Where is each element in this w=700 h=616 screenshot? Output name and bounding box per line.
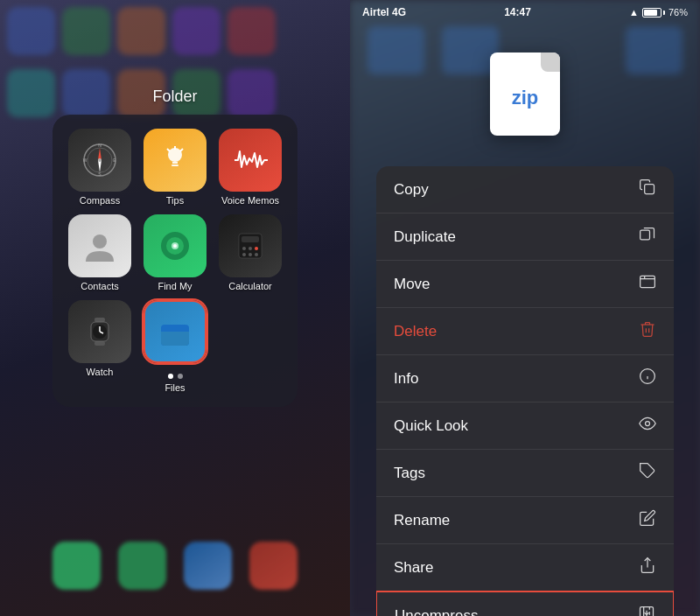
menu-item-move[interactable]: Move bbox=[376, 261, 674, 308]
info-icon bbox=[639, 368, 656, 389]
battery-body bbox=[642, 8, 662, 18]
wifi-icon: ▲ bbox=[629, 7, 639, 18]
svg-rect-38 bbox=[640, 276, 655, 287]
svg-rect-10 bbox=[172, 162, 178, 164]
battery-fill bbox=[644, 10, 657, 16]
menu-item-share[interactable]: Share bbox=[376, 544, 674, 592]
carrier-label: Airtel 4G bbox=[362, 6, 406, 18]
app-label-files: Files bbox=[164, 382, 185, 393]
menu-label-share: Share bbox=[394, 559, 433, 577]
app-icon-files[interactable] bbox=[144, 300, 206, 363]
svg-rect-11 bbox=[172, 164, 178, 166]
app-wrap-contacts[interactable]: Contacts bbox=[66, 214, 133, 291]
app-wrap-calculator[interactable]: Calculator bbox=[217, 214, 284, 291]
move-icon bbox=[639, 273, 656, 295]
battery-percent: 76% bbox=[668, 7, 688, 18]
folder-title: Folder bbox=[52, 88, 298, 106]
app-wrap-compass[interactable]: N S W E Compass bbox=[66, 129, 133, 206]
app-icon-contacts[interactable] bbox=[68, 214, 131, 277]
share-icon bbox=[639, 556, 656, 578]
duplicate-icon bbox=[639, 226, 656, 248]
menu-item-duplicate[interactable]: Duplicate bbox=[376, 214, 674, 261]
folder-grid: N S W E Compass bbox=[52, 115, 298, 407]
app-icon-findmy[interactable] bbox=[144, 214, 206, 277]
left-panel: Folder N S W E Comp bbox=[0, 0, 350, 616]
app-label-voice: Voice Memos bbox=[221, 195, 279, 206]
svg-rect-28 bbox=[94, 318, 105, 322]
app-icon-calculator[interactable] bbox=[219, 214, 282, 277]
dock-music bbox=[249, 542, 298, 590]
app-wrap-watch[interactable]: Watch bbox=[66, 300, 133, 393]
menu-label-move: Move bbox=[394, 276, 430, 293]
menu-item-info[interactable]: Info bbox=[376, 355, 674, 402]
svg-rect-21 bbox=[242, 236, 259, 242]
menu-label-uncompress: Uncompress bbox=[395, 607, 478, 617]
blur-folder-1 bbox=[368, 26, 424, 74]
menu-item-tags[interactable]: Tags bbox=[376, 450, 674, 497]
svg-line-14 bbox=[167, 149, 170, 151]
rename-icon bbox=[639, 509, 656, 531]
menu-item-uncompress[interactable]: Uncompress bbox=[376, 591, 674, 616]
menu-label-rename: Rename bbox=[394, 512, 450, 529]
uncompress-icon bbox=[638, 605, 655, 616]
svg-point-4 bbox=[98, 158, 102, 162]
menu-item-copy[interactable]: Copy bbox=[376, 166, 674, 214]
svg-text:W: W bbox=[83, 158, 88, 163]
battery-tip bbox=[663, 10, 665, 15]
zip-label: zip bbox=[512, 87, 539, 109]
svg-rect-29 bbox=[94, 341, 105, 346]
calc-svg-icon bbox=[234, 230, 266, 262]
zip-area: zip bbox=[490, 52, 560, 136]
zip-corner bbox=[541, 52, 560, 72]
quicklook-icon bbox=[639, 415, 656, 437]
app-label-tips: Tips bbox=[166, 195, 184, 206]
app-wrap-tips[interactable]: Tips bbox=[142, 129, 208, 206]
tips-svg-icon bbox=[159, 144, 191, 176]
svg-rect-36 bbox=[645, 185, 654, 194]
menu-label-quicklook: Quick Look bbox=[394, 417, 468, 435]
dock-safari bbox=[184, 542, 232, 590]
app-label-watch: Watch bbox=[87, 367, 114, 377]
menu-label-info: Info bbox=[394, 370, 418, 388]
bg-icon-5 bbox=[228, 7, 276, 55]
voice-svg-icon bbox=[233, 143, 268, 178]
app-icon-voice[interactable] bbox=[219, 129, 282, 192]
app-wrap-findmy[interactable]: Find My bbox=[142, 214, 208, 291]
svg-point-25 bbox=[242, 253, 246, 256]
dot-1 bbox=[168, 374, 173, 379]
bg-icon-2 bbox=[62, 7, 110, 55]
app-wrap-voice[interactable]: Voice Memos bbox=[217, 129, 284, 206]
svg-line-13 bbox=[180, 149, 183, 151]
app-icon-tips[interactable] bbox=[144, 129, 206, 192]
menu-item-delete[interactable]: Delete bbox=[376, 308, 674, 355]
menu-item-rename[interactable]: Rename bbox=[376, 497, 674, 544]
svg-text:N: N bbox=[98, 143, 102, 148]
svg-point-27 bbox=[255, 253, 258, 256]
contacts-svg-icon bbox=[82, 228, 117, 263]
menu-item-quicklook[interactable]: Quick Look bbox=[376, 402, 674, 450]
files-svg-icon bbox=[158, 314, 192, 349]
page-dots bbox=[168, 374, 183, 379]
bg-icon-4 bbox=[172, 7, 220, 55]
menu-label-duplicate: Duplicate bbox=[394, 228, 456, 246]
blur-folder-3 bbox=[626, 26, 682, 74]
svg-point-22 bbox=[242, 247, 246, 250]
svg-point-26 bbox=[248, 253, 252, 256]
svg-point-24 bbox=[255, 247, 258, 250]
findmy-svg-icon bbox=[158, 228, 192, 263]
dock-phone bbox=[52, 542, 101, 590]
right-panel: Airtel 4G 14:47 ▲ 76% zip Copy bbox=[350, 0, 700, 616]
svg-point-23 bbox=[248, 247, 252, 250]
status-right: ▲ 76% bbox=[629, 7, 688, 18]
bg-icon-3 bbox=[117, 7, 165, 55]
app-icon-watch[interactable] bbox=[68, 300, 131, 363]
app-icon-compass[interactable]: N S W E bbox=[68, 129, 131, 192]
status-bar: Airtel 4G 14:47 ▲ 76% bbox=[350, 0, 700, 24]
app-wrap-files[interactable]: Files bbox=[142, 300, 208, 393]
zip-icon: zip bbox=[490, 52, 560, 136]
app-label-findmy: Find My bbox=[158, 281, 192, 291]
battery-icon bbox=[642, 8, 665, 18]
app-label-compass: Compass bbox=[80, 195, 120, 206]
dot-2 bbox=[178, 374, 183, 379]
delete-icon bbox=[639, 320, 656, 342]
